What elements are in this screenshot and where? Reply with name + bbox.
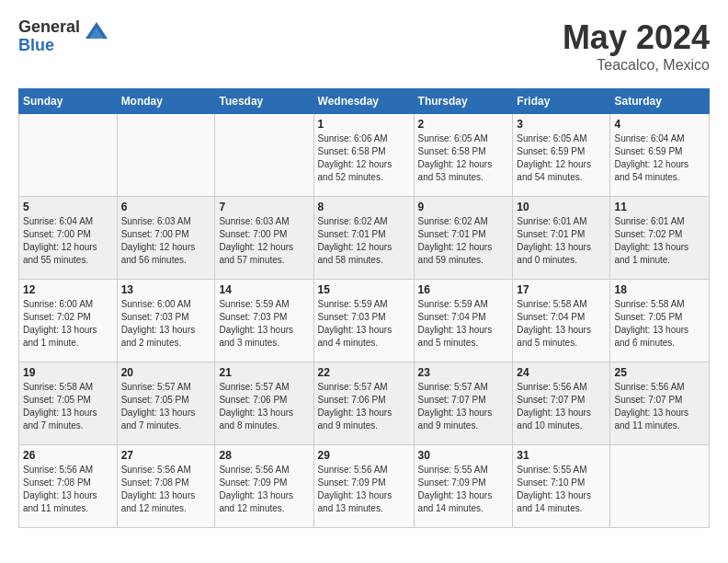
- day-info: Sunrise: 5:57 AMSunset: 7:06 PMDaylight:…: [318, 381, 410, 432]
- day-number: 5: [23, 201, 113, 213]
- weekday-header-sunday: Sunday: [19, 89, 118, 114]
- day-info: Sunrise: 5:58 AMSunset: 7:05 PMDaylight:…: [614, 298, 705, 350]
- day-number: 29: [318, 449, 410, 462]
- day-info: Sunrise: 6:02 AMSunset: 7:01 PMDaylight:…: [318, 215, 410, 267]
- day-number: 22: [318, 366, 410, 379]
- calendar-cell: 10Sunrise: 6:01 AMSunset: 7:01 PMDayligh…: [513, 197, 610, 280]
- day-number: 2: [418, 118, 509, 131]
- day-number: 26: [23, 449, 113, 462]
- day-number: 23: [418, 366, 509, 379]
- day-info: Sunrise: 5:57 AMSunset: 7:05 PMDaylight:…: [121, 381, 211, 432]
- day-info: Sunrise: 6:06 AMSunset: 6:58 PMDaylight:…: [318, 132, 410, 184]
- weekday-header-monday: Monday: [117, 89, 215, 114]
- calendar-cell: 16Sunrise: 5:59 AMSunset: 7:04 PMDayligh…: [414, 280, 513, 362]
- calendar-cell: [215, 114, 313, 197]
- calendar-cell: 8Sunrise: 6:02 AMSunset: 7:01 PMDaylight…: [313, 197, 414, 280]
- day-info: Sunrise: 5:59 AMSunset: 7:03 PMDaylight:…: [219, 298, 309, 350]
- day-number: 13: [121, 283, 211, 296]
- calendar-cell: 1Sunrise: 6:06 AMSunset: 6:58 PMDaylight…: [313, 114, 414, 197]
- calendar-cell: [19, 114, 118, 197]
- calendar-cell: 12Sunrise: 6:00 AMSunset: 7:02 PMDayligh…: [19, 280, 118, 362]
- day-number: 12: [23, 283, 113, 296]
- calendar-cell: 30Sunrise: 5:55 AMSunset: 7:09 PMDayligh…: [414, 445, 513, 528]
- day-info: Sunrise: 5:57 AMSunset: 7:06 PMDaylight:…: [219, 381, 309, 432]
- calendar-cell: 17Sunrise: 5:58 AMSunset: 7:04 PMDayligh…: [513, 280, 610, 362]
- calendar-cell: 4Sunrise: 6:04 AMSunset: 6:59 PMDaylight…: [610, 114, 710, 197]
- day-info: Sunrise: 6:04 AMSunset: 6:59 PMDaylight:…: [614, 132, 705, 184]
- calendar-cell: 25Sunrise: 5:56 AMSunset: 7:07 PMDayligh…: [610, 362, 710, 445]
- weekday-header-thursday: Thursday: [414, 89, 513, 114]
- day-info: Sunrise: 6:02 AMSunset: 7:01 PMDaylight:…: [418, 215, 509, 267]
- calendar-cell: 21Sunrise: 5:57 AMSunset: 7:06 PMDayligh…: [215, 362, 313, 445]
- day-info: Sunrise: 6:01 AMSunset: 7:01 PMDaylight:…: [517, 215, 606, 267]
- day-info: Sunrise: 5:56 AMSunset: 7:08 PMDaylight:…: [121, 464, 211, 515]
- logo-general-text: General: [18, 18, 80, 37]
- day-number: 3: [517, 118, 606, 131]
- day-number: 14: [219, 283, 309, 296]
- day-info: Sunrise: 5:59 AMSunset: 7:03 PMDaylight:…: [318, 298, 410, 350]
- day-info: Sunrise: 5:55 AMSunset: 7:09 PMDaylight:…: [418, 464, 509, 515]
- day-info: Sunrise: 5:55 AMSunset: 7:10 PMDaylight:…: [517, 464, 606, 515]
- day-info: Sunrise: 5:56 AMSunset: 7:09 PMDaylight:…: [318, 464, 410, 515]
- logo-icon: [84, 20, 109, 46]
- day-number: 9: [418, 201, 509, 213]
- day-info: Sunrise: 6:03 AMSunset: 7:00 PMDaylight:…: [219, 215, 309, 267]
- calendar-cell: 13Sunrise: 6:00 AMSunset: 7:03 PMDayligh…: [117, 280, 215, 362]
- logo-blue-text: Blue: [18, 37, 80, 55]
- day-info: Sunrise: 6:01 AMSunset: 7:02 PMDaylight:…: [614, 215, 705, 267]
- day-number: 21: [219, 366, 309, 379]
- week-row-3: 12Sunrise: 6:00 AMSunset: 7:02 PMDayligh…: [19, 280, 710, 362]
- title-section: May 2024 Teacalco, Mexico: [563, 18, 710, 74]
- calendar-cell: 5Sunrise: 6:04 AMSunset: 7:00 PMDaylight…: [19, 197, 118, 280]
- weekday-header-saturday: Saturday: [610, 89, 710, 114]
- day-info: Sunrise: 5:56 AMSunset: 7:09 PMDaylight:…: [219, 464, 309, 515]
- day-number: 24: [517, 366, 606, 379]
- calendar-cell: 31Sunrise: 5:55 AMSunset: 7:10 PMDayligh…: [513, 445, 610, 528]
- day-number: 19: [23, 366, 113, 379]
- day-info: Sunrise: 6:00 AMSunset: 7:02 PMDaylight:…: [23, 298, 113, 350]
- calendar-table: SundayMondayTuesdayWednesdayThursdayFrid…: [18, 88, 710, 528]
- day-number: 28: [219, 449, 309, 462]
- day-info: Sunrise: 6:00 AMSunset: 7:03 PMDaylight:…: [121, 298, 211, 350]
- day-number: 16: [418, 283, 509, 296]
- weekday-header-friday: Friday: [513, 89, 610, 114]
- day-number: 10: [517, 201, 606, 213]
- day-number: 11: [614, 201, 705, 213]
- day-info: Sunrise: 5:58 AMSunset: 7:04 PMDaylight:…: [517, 298, 606, 350]
- day-number: 27: [121, 449, 211, 462]
- calendar-cell: 18Sunrise: 5:58 AMSunset: 7:05 PMDayligh…: [610, 280, 710, 362]
- week-row-4: 19Sunrise: 5:58 AMSunset: 7:05 PMDayligh…: [19, 362, 710, 445]
- day-info: Sunrise: 6:04 AMSunset: 7:00 PMDaylight:…: [23, 215, 113, 267]
- weekday-header-row: SundayMondayTuesdayWednesdayThursdayFrid…: [19, 89, 710, 114]
- calendar-cell: 19Sunrise: 5:58 AMSunset: 7:05 PMDayligh…: [19, 362, 118, 445]
- day-number: 30: [418, 449, 509, 462]
- day-number: 6: [121, 201, 211, 213]
- week-row-2: 5Sunrise: 6:04 AMSunset: 7:00 PMDaylight…: [19, 197, 710, 280]
- day-info: Sunrise: 6:05 AMSunset: 6:59 PMDaylight:…: [517, 132, 606, 184]
- day-info: Sunrise: 6:03 AMSunset: 7:00 PMDaylight:…: [121, 215, 211, 267]
- month-title: May 2024: [563, 18, 710, 57]
- calendar-cell: 20Sunrise: 5:57 AMSunset: 7:05 PMDayligh…: [117, 362, 215, 445]
- day-number: 15: [318, 283, 410, 296]
- day-number: 25: [614, 366, 705, 379]
- day-number: 7: [219, 201, 309, 213]
- day-info: Sunrise: 5:58 AMSunset: 7:05 PMDaylight:…: [23, 381, 113, 432]
- day-number: 20: [121, 366, 211, 379]
- calendar-cell: [117, 114, 215, 197]
- day-info: Sunrise: 5:56 AMSunset: 7:07 PMDaylight:…: [614, 381, 705, 432]
- day-number: 17: [517, 283, 606, 296]
- calendar-cell: [610, 445, 710, 528]
- calendar-cell: 28Sunrise: 5:56 AMSunset: 7:09 PMDayligh…: [215, 445, 313, 528]
- day-number: 1: [318, 118, 410, 131]
- calendar-cell: 29Sunrise: 5:56 AMSunset: 7:09 PMDayligh…: [313, 445, 414, 528]
- calendar-cell: 7Sunrise: 6:03 AMSunset: 7:00 PMDaylight…: [215, 197, 313, 280]
- calendar-cell: 15Sunrise: 5:59 AMSunset: 7:03 PMDayligh…: [313, 280, 414, 362]
- calendar-cell: 11Sunrise: 6:01 AMSunset: 7:02 PMDayligh…: [610, 197, 710, 280]
- calendar-cell: 22Sunrise: 5:57 AMSunset: 7:06 PMDayligh…: [313, 362, 414, 445]
- day-info: Sunrise: 5:59 AMSunset: 7:04 PMDaylight:…: [418, 298, 509, 350]
- location-title: Teacalco, Mexico: [563, 57, 710, 74]
- weekday-header-tuesday: Tuesday: [215, 89, 313, 114]
- logo: General Blue: [18, 18, 109, 55]
- day-info: Sunrise: 5:56 AMSunset: 7:07 PMDaylight:…: [517, 381, 606, 432]
- week-row-1: 1Sunrise: 6:06 AMSunset: 6:58 PMDaylight…: [19, 114, 710, 197]
